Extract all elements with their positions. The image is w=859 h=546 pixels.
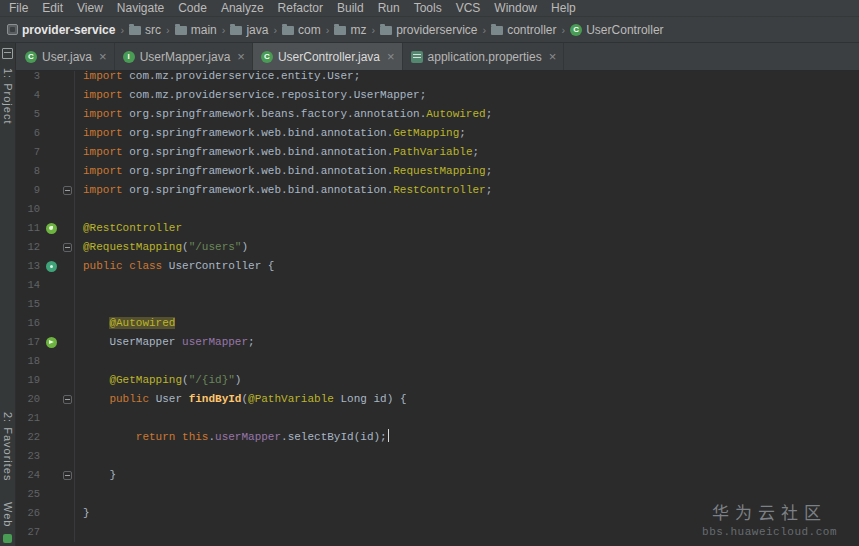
fold-icon[interactable] [63, 395, 72, 404]
code-token: return [136, 431, 182, 443]
breadcrumb-provider-service[interactable]: provider-service [5, 22, 117, 38]
spring-bean-icon[interactable] [46, 223, 57, 234]
tab-usercontroller.java[interactable]: CUserController.java× [253, 43, 403, 70]
breadcrumb-main[interactable]: main [173, 22, 219, 38]
code-token: this [182, 431, 208, 443]
code-text: import org.springframework.web.bind.anno… [74, 162, 492, 181]
menu-window[interactable]: Window [487, 0, 544, 16]
fold-slot [60, 314, 74, 333]
code-token: com.mz.providerservice.repository.UserMa… [123, 89, 427, 101]
menu-vcs[interactable]: VCS [449, 0, 488, 16]
menu-view[interactable]: View [70, 0, 110, 16]
autowired-icon[interactable] [46, 337, 57, 348]
fold-slot [60, 295, 74, 314]
code-line-17[interactable]: 17 UserMapper userMapper; [16, 333, 859, 352]
line-number: 7 [16, 143, 42, 162]
menu-edit[interactable]: Edit [35, 0, 70, 16]
code-line-5[interactable]: 5import org.springframework.beans.factor… [16, 105, 859, 124]
code-line-4[interactable]: 4import com.mz.providerservice.repositor… [16, 86, 859, 105]
code-line-12[interactable]: 12@RequestMapping("/users") [16, 238, 859, 257]
menu-build[interactable]: Build [330, 0, 371, 16]
menu-help[interactable]: Help [544, 0, 583, 16]
menu-code[interactable]: Code [171, 0, 214, 16]
close-tab-icon[interactable]: × [549, 51, 557, 63]
code-line-3[interactable]: 3import com.mz.providerservice.entity.Us… [16, 71, 859, 86]
close-tab-icon[interactable]: × [387, 51, 395, 63]
code-line-27[interactable]: 27 [16, 523, 859, 542]
gutter-icon-slot [42, 181, 60, 200]
breadcrumb-com[interactable]: com [280, 22, 323, 38]
tool-window-button-web[interactable]: Web [2, 499, 14, 530]
close-tab-icon[interactable]: × [99, 51, 107, 63]
fold-icon[interactable] [63, 186, 72, 195]
code-token: import [83, 146, 123, 158]
breadcrumb-java[interactable]: java [228, 22, 270, 38]
menu-run[interactable]: Run [371, 0, 407, 16]
code-line-6[interactable]: 6import org.springframework.web.bind.ann… [16, 124, 859, 143]
chevron-right-icon: › [222, 24, 226, 36]
code-editor[interactable]: 3import com.mz.providerservice.entity.Us… [16, 71, 859, 546]
breadcrumb-src[interactable]: src [127, 22, 163, 38]
breadcrumb-controller[interactable]: controller [489, 22, 558, 38]
line-number: 5 [16, 105, 42, 124]
breadcrumb-usercontroller[interactable]: CUserController [568, 22, 665, 38]
code-line-24[interactable]: 24 } [16, 466, 859, 485]
code-text [74, 523, 83, 542]
code-token: org.springframework.web.bind.annotation. [123, 127, 394, 139]
code-line-18[interactable]: 18 [16, 352, 859, 371]
line-number: 8 [16, 162, 42, 181]
code-line-19[interactable]: 19 @GetMapping("/{id}") [16, 371, 859, 390]
code-line-9[interactable]: 9import org.springframework.web.bind.ann… [16, 181, 859, 200]
code-token: .selectById(id); [281, 431, 387, 443]
fold-slot [60, 257, 74, 276]
menu-refactor[interactable]: Refactor [271, 0, 330, 16]
tool-window-button-project[interactable]: 1: Project [2, 65, 14, 127]
fold-slot [60, 333, 74, 352]
gutter-icon-slot [42, 86, 60, 105]
code-text: import org.springframework.web.bind.anno… [74, 181, 492, 200]
breadcrumb-mz[interactable]: mz [332, 22, 368, 38]
code-line-20[interactable]: 20 public User findById(@PathVariable Lo… [16, 390, 859, 409]
code-line-8[interactable]: 8import org.springframework.web.bind.ann… [16, 162, 859, 181]
code-line-22[interactable]: 22 return this.userMapper.selectById(id)… [16, 428, 859, 447]
fold-icon[interactable] [63, 471, 72, 480]
spring-config-icon[interactable] [46, 261, 57, 272]
editor-tab-bar: CUser.java×IUserMapper.java×CUserControl… [16, 43, 859, 71]
code-line-21[interactable]: 21 [16, 409, 859, 428]
menu-navigate[interactable]: Navigate [110, 0, 171, 16]
code-line-14[interactable]: 14 [16, 276, 859, 295]
code-token: ) [235, 374, 242, 386]
code-token: org.springframework.web.bind.annotation. [123, 184, 394, 196]
code-token: RequestMapping [393, 165, 485, 177]
gutter-icon-slot [42, 257, 60, 276]
properties-icon [411, 51, 423, 63]
code-line-16[interactable]: 16 @Autowired [16, 314, 859, 333]
code-line-15[interactable]: 15 [16, 295, 859, 314]
fold-icon[interactable] [63, 243, 72, 252]
tool-window-button-favorites[interactable]: 2: Favorites [2, 409, 14, 484]
code-line-10[interactable]: 10 [16, 200, 859, 219]
tab-user.java[interactable]: CUser.java× [17, 43, 115, 70]
line-number: 19 [16, 371, 42, 390]
code-line-26[interactable]: 26} [16, 504, 859, 523]
fold-slot [60, 181, 74, 200]
project-tool-window-icon[interactable] [2, 48, 13, 59]
code-line-23[interactable]: 23 [16, 447, 859, 466]
menu-analyze[interactable]: Analyze [214, 0, 271, 16]
code-line-11[interactable]: 11@RestController [16, 219, 859, 238]
breadcrumb-providerservice[interactable]: providerservice [378, 22, 479, 38]
code-line-25[interactable]: 25 [16, 485, 859, 504]
code-text: @RequestMapping("/users") [74, 238, 248, 257]
gutter-icon-slot [42, 105, 60, 124]
gutter-icon-slot [42, 333, 60, 352]
menu-file[interactable]: File [2, 0, 35, 16]
code-line-7[interactable]: 7import org.springframework.web.bind.ann… [16, 143, 859, 162]
code-token: ; [248, 336, 255, 348]
code-line-13[interactable]: 13public class UserController { [16, 257, 859, 276]
code-token: Autowired [426, 108, 485, 120]
menu-tools[interactable]: Tools [407, 0, 449, 16]
tab-application.properties[interactable]: application.properties× [403, 43, 565, 70]
close-tab-icon[interactable]: × [237, 51, 245, 63]
tool-windows-toggle-icon[interactable] [3, 534, 12, 543]
tab-usermapper.java[interactable]: IUserMapper.java× [115, 43, 253, 70]
